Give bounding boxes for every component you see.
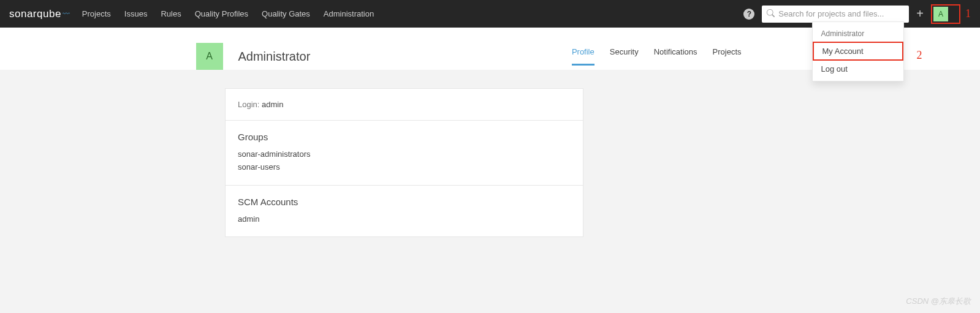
tab-profile[interactable]: Profile (572, 47, 594, 66)
annotation-2: 2 (917, 49, 922, 62)
help-icon[interactable]: ? (743, 9, 754, 20)
nav-administration[interactable]: Administration (324, 9, 374, 18)
user-avatar-large: A (196, 43, 223, 70)
avatar-highlight-box: A (931, 4, 960, 24)
logo-wave-icon: 〰 (63, 10, 70, 18)
nav-items: Projects Issues Rules Quality Profiles Q… (82, 9, 374, 18)
dropdown-log-out[interactable]: Log out (813, 61, 903, 77)
nav-issues[interactable]: Issues (124, 9, 148, 18)
plus-icon[interactable]: + (916, 7, 924, 21)
search-box[interactable] (762, 6, 909, 23)
scm-section: SCM Accounts admin (226, 186, 583, 237)
nav-quality-gates[interactable]: Quality Gates (262, 9, 310, 18)
annotation-1: 1 (965, 7, 971, 20)
groups-title: Groups (238, 132, 571, 142)
dropdown-highlight-box: My Account (813, 42, 903, 61)
search-icon (767, 9, 775, 19)
nav-quality-profiles[interactable]: Quality Profiles (195, 9, 248, 18)
group-item: sonar-users (238, 161, 571, 174)
logo-text: sonarqube (9, 8, 61, 20)
login-label: Login: (238, 100, 259, 109)
nav-rules[interactable]: Rules (161, 9, 181, 18)
nav-right: ? + A 1 (743, 4, 971, 24)
dropdown-header: Administrator (813, 26, 903, 42)
scm-item: admin (238, 213, 571, 226)
logo[interactable]: sonarqube 〰 (9, 8, 70, 20)
user-avatar[interactable]: A (933, 7, 948, 21)
tab-projects[interactable]: Projects (713, 47, 742, 66)
group-item: sonar-administrators (238, 148, 571, 161)
nav-projects[interactable]: Projects (82, 9, 111, 18)
login-section: Login: admin (226, 89, 583, 121)
search-input[interactable] (778, 9, 904, 18)
page-header: A Administrator Profile Security Notific… (0, 28, 980, 70)
dropdown-my-account[interactable]: My Account (814, 43, 902, 59)
groups-section: Groups sonar-administrators sonar-users (226, 121, 583, 186)
login-value: admin (262, 100, 283, 109)
page-title: Administrator (238, 50, 311, 64)
tab-notifications[interactable]: Notifications (654, 47, 697, 66)
profile-card: Login: admin Groups sonar-administrators… (225, 88, 583, 237)
scm-title: SCM Accounts (238, 197, 571, 207)
tabs: Profile Security Notifications Projects (572, 47, 742, 66)
user-dropdown: Administrator My Account Log out (812, 21, 904, 81)
tab-security[interactable]: Security (610, 47, 639, 66)
